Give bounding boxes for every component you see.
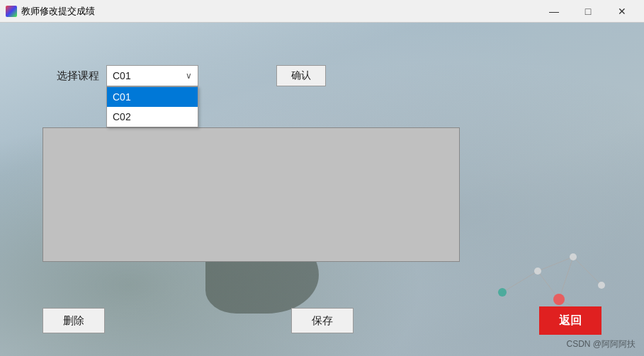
svg-point-7 xyxy=(534,268,541,275)
svg-line-2 xyxy=(573,257,601,285)
app-icon xyxy=(6,6,17,17)
course-dropdown[interactable]: C01 ∨ C01 C02 xyxy=(106,65,198,86)
svg-point-8 xyxy=(570,253,577,260)
minimize-button[interactable]: — xyxy=(538,0,570,23)
decoration-network xyxy=(481,222,623,321)
window-controls: — □ ✕ xyxy=(538,0,638,23)
data-table xyxy=(43,127,460,262)
bottom-buttons: 删除 保存 返回 xyxy=(0,306,644,335)
watermark: CSDN @阿阿阿扶 xyxy=(566,338,635,350)
titlebar: 教师修改提交成绩 — □ ✕ xyxy=(0,0,644,23)
svg-line-1 xyxy=(538,257,573,271)
save-button[interactable]: 保存 xyxy=(291,308,354,333)
maximize-button[interactable]: □ xyxy=(572,0,604,23)
svg-point-10 xyxy=(553,294,565,305)
svg-point-9 xyxy=(598,282,605,289)
confirm-button[interactable]: 确认 xyxy=(276,65,326,86)
svg-line-5 xyxy=(559,257,573,299)
titlebar-left: 教师修改提交成绩 xyxy=(6,5,95,18)
delete-button[interactable]: 删除 xyxy=(43,308,105,333)
dropdown-option-c02[interactable]: C02 xyxy=(107,107,198,127)
dropdown-selected-value: C01 xyxy=(113,70,131,81)
dropdown-trigger[interactable]: C01 ∨ xyxy=(106,65,198,86)
close-button[interactable]: ✕ xyxy=(606,0,638,23)
dropdown-option-c01[interactable]: C01 xyxy=(107,87,198,107)
form-row: 选择课程 C01 ∨ C01 C02 确认 xyxy=(0,65,644,86)
dropdown-list: C01 C02 xyxy=(106,86,198,127)
main-content: 选择课程 C01 ∨ C01 C02 确认 删除 保存 返回 xyxy=(0,23,644,356)
window-title: 教师修改提交成绩 xyxy=(21,5,95,18)
course-label: 选择课程 xyxy=(57,65,99,86)
return-button[interactable]: 返回 xyxy=(539,306,601,335)
svg-point-6 xyxy=(498,288,507,297)
svg-line-0 xyxy=(502,271,538,292)
chevron-down-icon: ∨ xyxy=(186,71,192,81)
